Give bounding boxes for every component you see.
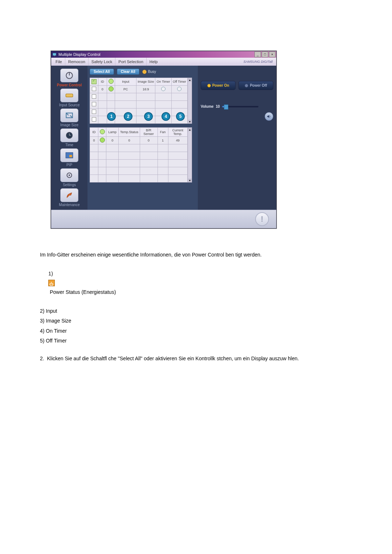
sidebar-item-pip[interactable]: PIP	[53, 148, 85, 167]
volume-slider[interactable]	[222, 106, 258, 107]
cell-image-size	[136, 93, 155, 101]
cell-id	[98, 108, 107, 116]
svg-rect-0	[53, 53, 56, 56]
table-row[interactable]	[90, 144, 188, 152]
sidebar-item-power-control[interactable]: Power Control	[53, 69, 85, 87]
input-source-icon	[60, 89, 78, 102]
cell-curtemp: 49	[168, 137, 187, 144]
cell-on-timer	[155, 101, 171, 108]
row-checkbox[interactable]	[92, 110, 96, 114]
callout-2: 2	[124, 112, 132, 121]
speaker-button[interactable]	[265, 112, 273, 121]
doc-line2: 2) Input	[40, 307, 356, 316]
right-panel: Power On Power Off Volume 10	[198, 66, 276, 210]
power-off-label: Power Off	[250, 83, 267, 87]
cell-id	[90, 152, 98, 160]
minimize-button[interactable]: _	[254, 52, 261, 57]
cell-input	[115, 101, 136, 108]
table-row[interactable]	[90, 101, 188, 108]
cell-off-timer	[171, 93, 187, 101]
callout-3: 3	[144, 112, 153, 121]
status-grid[interactable]: ID Lamp Temp.Status B/R Senser Fan Curre…	[90, 127, 188, 182]
info-grid[interactable]: ID Input Image Size On Timer Off Timer 0…	[90, 78, 188, 124]
cell-curtemp	[168, 144, 187, 152]
window-title: Multiple Display Control	[58, 52, 101, 57]
brand-label: SAMSUNG DIGITall	[244, 60, 275, 63]
window-buttons: _ □ ×	[254, 52, 275, 57]
menubar: File Remocon Safety Lock Port Selection …	[51, 58, 276, 66]
power-off-button[interactable]: Power Off	[238, 81, 273, 90]
sidebar-item-maintenance[interactable]: Maintenance	[53, 188, 85, 207]
table-row[interactable]	[90, 175, 188, 182]
speaker-icon	[266, 114, 271, 119]
doc-line1-text: Power Status (Energiestatus)	[48, 289, 116, 295]
doc-line1-num: 1)	[48, 271, 54, 276]
doc-line5: 5) Off Timer	[40, 336, 356, 345]
power-on-led-icon	[207, 84, 211, 87]
sidebar-item-input-source[interactable]: Input Source	[53, 89, 85, 107]
col2-brsenser: B/R Senser	[140, 128, 158, 137]
app-icon	[52, 52, 57, 57]
settings-icon	[60, 168, 78, 182]
cell-brsenser	[140, 167, 158, 175]
maximize-button[interactable]: □	[262, 52, 268, 57]
table-row[interactable]	[90, 108, 188, 116]
table-row[interactable]: 0PC16:9	[90, 86, 188, 93]
maintenance-icon	[60, 188, 78, 202]
image-size-icon	[60, 108, 78, 122]
menu-remocon[interactable]: Remocon	[65, 58, 89, 66]
grid2-scrollbar[interactable]: ▲▼	[188, 127, 192, 182]
cell-fan	[158, 144, 168, 152]
clear-all-button[interactable]: Clear All	[117, 69, 139, 75]
cell-curtemp	[168, 175, 187, 182]
col2-fan: Fan	[158, 128, 168, 137]
table-row[interactable]	[90, 93, 188, 101]
row-checkbox[interactable]	[92, 102, 96, 106]
power-on-button[interactable]: Power On	[201, 81, 236, 90]
select-all-button[interactable]: Select All	[90, 69, 114, 75]
cell-fan	[158, 167, 168, 175]
row-checkbox[interactable]	[92, 87, 96, 91]
cell-input	[115, 93, 136, 101]
volume-control: Volume 10	[201, 104, 273, 108]
table-row[interactable]	[90, 116, 188, 124]
col2-tempstatus: Temp.Status	[119, 128, 140, 137]
sidebar: Power Control Input Source Image Size	[51, 66, 87, 210]
cell-on-timer	[155, 93, 171, 101]
power-control-icon	[60, 69, 78, 82]
table-row[interactable]: 0000149	[90, 137, 188, 144]
table-row[interactable]	[90, 167, 188, 175]
sidebar-item-label: Time	[65, 143, 73, 147]
cell-id	[90, 175, 98, 182]
menu-help[interactable]: Help	[147, 58, 161, 66]
cell-lamp	[106, 152, 119, 160]
cell-lamp	[106, 175, 119, 182]
row-checkbox[interactable]	[92, 94, 96, 99]
cell-lamp	[106, 167, 119, 175]
sidebar-item-settings[interactable]: Settings	[53, 168, 85, 187]
cell-brsenser: 0	[140, 137, 158, 144]
menu-file[interactable]: File	[53, 58, 65, 66]
busy-label: Busy	[148, 70, 156, 74]
cell-tempstatus	[119, 144, 140, 152]
row-checkbox[interactable]	[92, 117, 96, 122]
volume-label: Volume	[201, 104, 213, 108]
menu-port-selection[interactable]: Port Selection	[115, 58, 146, 66]
sidebar-item-image-size[interactable]: Image Size	[53, 108, 85, 127]
svg-rect-1	[54, 56, 55, 56]
volume-value: 10	[216, 104, 220, 108]
sidebar-item-time[interactable]: Time	[53, 128, 85, 147]
grid1-scrollbar[interactable]: ▲▼	[188, 78, 192, 124]
cell-brsenser	[140, 175, 158, 182]
power-on-icon	[109, 86, 114, 91]
cell-curtemp	[168, 167, 187, 175]
menu-safety-lock[interactable]: Safety Lock	[89, 58, 115, 66]
sidebar-item-label: Power Control	[57, 83, 82, 87]
close-button[interactable]: ×	[269, 52, 275, 57]
busy-indicator: Busy	[142, 70, 156, 74]
table-row[interactable]	[90, 152, 188, 160]
cell-input: PC	[115, 86, 136, 93]
table-row[interactable]	[90, 160, 188, 167]
cell-brsenser	[140, 152, 158, 160]
select-all-checkbox-icon[interactable]	[91, 79, 97, 84]
